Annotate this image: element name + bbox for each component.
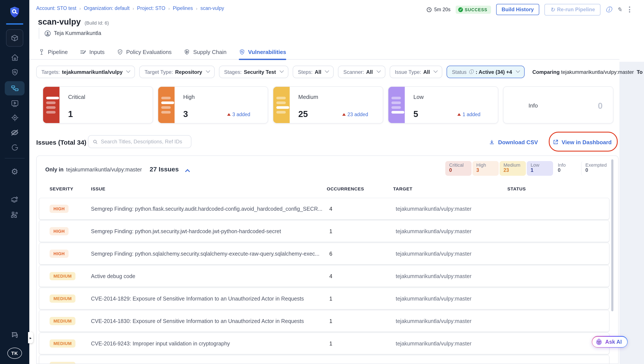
tab-supply-chain[interactable]: Supply Chain xyxy=(184,45,226,59)
status-badge: SUCCESS xyxy=(456,6,491,14)
table-row[interactable]: HIGH Semgrep Finding: python.jwt.securit… xyxy=(39,221,609,242)
added-delta: 23 added xyxy=(342,112,368,117)
filter-scanner[interactable]: Scanner:All xyxy=(338,66,385,78)
issues-search[interactable] xyxy=(88,135,192,148)
issues-actions: Download CSV View in Dashboard xyxy=(489,135,612,149)
chevron-down-icon xyxy=(376,68,381,73)
severity-badge: MEDIUM xyxy=(50,339,76,347)
severity-card-high[interactable]: High 3 3 added xyxy=(158,86,268,123)
severity-card-critical[interactable]: Critical 1 xyxy=(43,86,153,123)
sidebar-item-project-settings[interactable] xyxy=(0,195,29,204)
sidebar-item-targets[interactable] xyxy=(0,114,29,122)
severity-card-info[interactable]: Info 0 xyxy=(503,86,614,123)
table-row[interactable]: HIGH Semgrep Finding: python.flask.secur… xyxy=(39,198,609,219)
severity-badge: HIGH xyxy=(50,250,68,258)
column-status: STATUS xyxy=(507,186,526,191)
ask-ai-button[interactable]: Ask AI xyxy=(592,336,628,347)
medium-level-icon xyxy=(273,87,290,123)
filter-status[interactable]: Status : Active (34) +4 xyxy=(447,66,524,78)
filter-steps[interactable]: Steps:All xyxy=(293,66,334,78)
table-scrollbar[interactable] xyxy=(611,159,614,311)
card-label: High xyxy=(183,94,195,100)
card-label: Critical xyxy=(68,94,85,100)
filter-issue-type[interactable]: Issue Type:All xyxy=(390,66,442,78)
user-avatar[interactable]: TK xyxy=(7,347,22,359)
chip-medium: Medium23 xyxy=(500,161,526,176)
filter-stages[interactable]: Stages:Security Test xyxy=(219,66,288,78)
vulnerabilities-shield-icon xyxy=(238,49,245,55)
breadcrumb-org[interactable]: Organization: default xyxy=(84,6,130,11)
harness-sto-logo[interactable] xyxy=(0,4,29,20)
build-history-button[interactable]: Build History xyxy=(496,4,539,15)
sidebar-item-help[interactable]: ? xyxy=(0,331,29,339)
external-link-icon xyxy=(552,139,559,145)
policy-shield-icon xyxy=(116,49,123,55)
edit-icon[interactable] xyxy=(617,7,622,13)
breadcrumb-current[interactable]: scan-vulpy xyxy=(200,6,224,11)
occurrences: 6 xyxy=(329,251,332,257)
chevron-down-icon xyxy=(516,68,520,73)
sidebar-item-settings[interactable] xyxy=(0,167,29,176)
target: tejakummarikuntla/vulpy:master xyxy=(396,206,472,212)
high-level-icon xyxy=(158,87,174,123)
table-row[interactable]: HIGH Semgrep Finding: python.sqlalchemy.… xyxy=(39,243,609,264)
refresh-icon xyxy=(550,6,555,13)
issue-title: Semgrep Finding: python.sqlalchemy.secur… xyxy=(91,251,320,257)
sidebar-item-tokens[interactable] xyxy=(0,143,29,151)
sidebar-item-org-settings[interactable] xyxy=(0,210,29,219)
info-icon[interactable] xyxy=(606,7,612,13)
chevron-down-icon xyxy=(280,68,284,73)
sidebar-item-scans[interactable] xyxy=(0,68,29,76)
search-input[interactable] xyxy=(101,139,187,145)
sidebar-item-home[interactable] xyxy=(0,54,29,62)
rerun-pipeline-button[interactable]: Re-run Pipeline xyxy=(545,4,601,15)
download-csv-button[interactable]: Download CSV xyxy=(489,139,538,145)
tab-inputs[interactable]: Inputs xyxy=(80,45,105,59)
tab-pipeline[interactable]: Pipeline xyxy=(38,45,68,59)
triangle-up-icon xyxy=(457,113,461,116)
module-accent-bar xyxy=(6,23,23,25)
clock-icon xyxy=(426,7,432,12)
info-icon xyxy=(469,69,474,75)
table-header: SEVERITY ISSUE OCCURRENCES TARGET STATUS xyxy=(37,186,618,196)
ai-robot-icon xyxy=(595,338,602,345)
author-row: Teja Kummarikuntla xyxy=(39,28,101,39)
inputs-icon xyxy=(80,49,86,55)
tab-bar: Pipeline Inputs Policy Evaluations Suppl… xyxy=(29,45,620,60)
sidebar-item-pipelines[interactable] xyxy=(0,84,29,92)
severity-badge: MEDIUM xyxy=(50,317,76,325)
severity-card-low[interactable]: Low 5 1 added xyxy=(388,86,498,123)
tab-vulnerabilities[interactable]: Vulnerabilities xyxy=(238,45,286,59)
severity-badge: MEDIUM xyxy=(50,272,76,280)
sidebar-item-executions[interactable] xyxy=(0,99,29,107)
table-row[interactable]: MEDIUM CVE-2014-1829: Exposure of Sensit… xyxy=(39,288,609,309)
issue-group-header[interactable]: Only in tejakummarikuntla/vulpy:master 2… xyxy=(45,165,189,173)
breadcrumb-pipelines[interactable]: Pipelines xyxy=(173,6,193,11)
severity-badge: HIGH xyxy=(50,227,68,235)
sidebar-item-hidden-targets[interactable] xyxy=(0,128,29,137)
chip-low: Low1 xyxy=(527,161,553,176)
project-settings-icon xyxy=(10,195,19,204)
card-count: 3 xyxy=(183,109,188,119)
table-row[interactable]: MEDIUM CVE-2014-1830: Exposure of Sensit… xyxy=(39,310,609,332)
chevron-up-icon[interactable] xyxy=(185,169,190,174)
more-options-menu[interactable] xyxy=(627,6,632,13)
issue-title: CVE-2016-9243: Improper input validation… xyxy=(91,341,230,347)
comparing-text: Comparing tejakummarikuntla/vulpy:master… xyxy=(532,69,644,75)
filter-targets[interactable]: Targets:tejakummarikuntla/vulpy xyxy=(36,66,135,78)
eye-slash-icon xyxy=(10,128,19,137)
table-row[interactable]: MEDIUM xyxy=(39,355,609,364)
breadcrumb-account[interactable]: Account: STO test xyxy=(36,6,76,11)
breadcrumb-project[interactable]: Project: STO xyxy=(137,6,165,11)
occurrences: 1 xyxy=(329,318,332,324)
tab-policy-evaluations[interactable]: Policy Evaluations xyxy=(116,45,172,59)
module-switcher-button[interactable] xyxy=(6,29,23,47)
severity-card-medium[interactable]: Medium 25 23 added xyxy=(273,86,383,123)
issue-title: Active debug code xyxy=(91,273,135,279)
home-icon xyxy=(10,54,19,62)
table-row[interactable]: MEDIUM Active debug code 4 tejakummariku… xyxy=(39,266,609,287)
filter-target-type[interactable]: Target Type:Repository xyxy=(140,66,215,78)
table-row[interactable]: MEDIUM CVE-2016-9243: Improper input val… xyxy=(39,333,609,354)
panel-expand-handle[interactable] xyxy=(28,332,33,343)
view-in-dashboard-button[interactable]: View in Dashboard xyxy=(552,139,612,145)
